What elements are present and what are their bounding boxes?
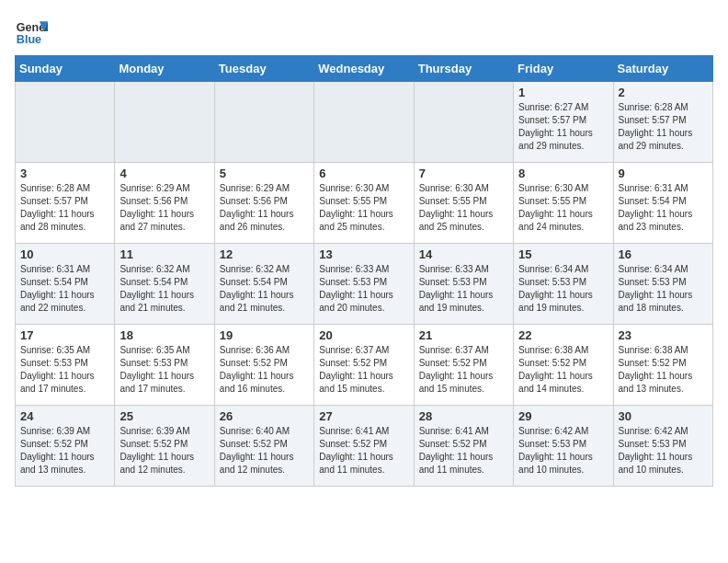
day-number: 4 (119, 167, 209, 180)
cell-info: Sunrise: 6:29 AM Sunset: 5:56 PM Dayligh… (220, 182, 309, 234)
calendar-cell (314, 82, 414, 163)
day-number: 14 (419, 247, 508, 261)
calendar-cell (115, 82, 214, 163)
day-number: 6 (319, 167, 408, 180)
header-cell-sunday: Sunday (16, 56, 115, 82)
calendar-cell: 2Sunrise: 6:28 AM Sunset: 5:57 PM Daylig… (613, 82, 712, 163)
calendar-cell (414, 82, 513, 163)
cell-info: Sunrise: 6:35 AM Sunset: 5:53 PM Dayligh… (119, 344, 209, 396)
day-number: 24 (20, 409, 109, 423)
day-number: 1 (518, 86, 608, 99)
calendar-cell: 26Sunrise: 6:40 AM Sunset: 5:52 PM Dayli… (214, 406, 313, 487)
cell-info: Sunrise: 6:35 AM Sunset: 5:53 PM Dayligh… (20, 344, 109, 396)
cell-info: Sunrise: 6:31 AM Sunset: 5:54 PM Dayligh… (20, 263, 109, 315)
cell-info: Sunrise: 6:39 AM Sunset: 5:52 PM Dayligh… (119, 425, 209, 477)
calendar-cell: 25Sunrise: 6:39 AM Sunset: 5:52 PM Dayli… (115, 406, 214, 487)
day-number: 17 (20, 328, 109, 342)
day-number: 5 (220, 167, 309, 180)
day-number: 20 (319, 328, 408, 342)
day-number: 30 (619, 409, 708, 423)
cell-info: Sunrise: 6:33 AM Sunset: 5:53 PM Dayligh… (419, 263, 508, 315)
header-row: SundayMondayTuesdayWednesdayThursdayFrid… (16, 56, 713, 82)
calendar-cell: 11Sunrise: 6:32 AM Sunset: 5:54 PM Dayli… (115, 244, 214, 325)
week-row-4: 17Sunrise: 6:35 AM Sunset: 5:53 PM Dayli… (16, 325, 713, 406)
cell-info: Sunrise: 6:34 AM Sunset: 5:53 PM Dayligh… (619, 263, 708, 315)
logo: General Blue (15, 15, 48, 48)
calendar-cell: 10Sunrise: 6:31 AM Sunset: 5:54 PM Dayli… (16, 244, 115, 325)
cell-info: Sunrise: 6:29 AM Sunset: 5:56 PM Dayligh… (119, 182, 209, 234)
cell-info: Sunrise: 6:27 AM Sunset: 5:57 PM Dayligh… (518, 101, 608, 153)
calendar-cell: 24Sunrise: 6:39 AM Sunset: 5:52 PM Dayli… (16, 406, 115, 487)
header-cell-saturday: Saturday (613, 56, 712, 82)
day-number: 10 (20, 247, 109, 261)
calendar-cell: 23Sunrise: 6:38 AM Sunset: 5:52 PM Dayli… (613, 325, 712, 406)
week-row-5: 24Sunrise: 6:39 AM Sunset: 5:52 PM Dayli… (16, 406, 713, 487)
cell-info: Sunrise: 6:41 AM Sunset: 5:52 PM Dayligh… (419, 425, 508, 477)
day-number: 2 (619, 86, 708, 99)
svg-text:Blue: Blue (17, 33, 41, 46)
calendar-cell: 28Sunrise: 6:41 AM Sunset: 5:52 PM Dayli… (414, 406, 513, 487)
calendar-cell: 30Sunrise: 6:42 AM Sunset: 5:53 PM Dayli… (613, 406, 712, 487)
calendar-cell: 15Sunrise: 6:34 AM Sunset: 5:53 PM Dayli… (514, 244, 613, 325)
day-number: 7 (419, 167, 508, 180)
header-cell-tuesday: Tuesday (214, 56, 313, 82)
cell-info: Sunrise: 6:42 AM Sunset: 5:53 PM Dayligh… (518, 425, 608, 477)
cell-info: Sunrise: 6:40 AM Sunset: 5:52 PM Dayligh… (220, 425, 309, 477)
calendar-cell: 17Sunrise: 6:35 AM Sunset: 5:53 PM Dayli… (16, 325, 115, 406)
calendar-cell: 3Sunrise: 6:28 AM Sunset: 5:57 PM Daylig… (16, 163, 115, 244)
calendar-cell: 9Sunrise: 6:31 AM Sunset: 5:54 PM Daylig… (613, 163, 712, 244)
header-cell-wednesday: Wednesday (314, 56, 414, 82)
week-row-3: 10Sunrise: 6:31 AM Sunset: 5:54 PM Dayli… (16, 244, 713, 325)
day-number: 13 (319, 247, 408, 261)
cell-info: Sunrise: 6:28 AM Sunset: 5:57 PM Dayligh… (619, 101, 708, 153)
calendar-cell: 7Sunrise: 6:30 AM Sunset: 5:55 PM Daylig… (414, 163, 513, 244)
day-number: 26 (220, 409, 309, 423)
cell-info: Sunrise: 6:37 AM Sunset: 5:52 PM Dayligh… (419, 344, 508, 396)
calendar-cell: 13Sunrise: 6:33 AM Sunset: 5:53 PM Dayli… (314, 244, 414, 325)
cell-info: Sunrise: 6:37 AM Sunset: 5:52 PM Dayligh… (319, 344, 408, 396)
calendar-cell: 27Sunrise: 6:41 AM Sunset: 5:52 PM Dayli… (314, 406, 414, 487)
header: General Blue (15, 15, 713, 48)
cell-info: Sunrise: 6:32 AM Sunset: 5:54 PM Dayligh… (119, 263, 209, 315)
day-number: 29 (518, 409, 608, 423)
calendar-cell: 19Sunrise: 6:36 AM Sunset: 5:52 PM Dayli… (214, 325, 313, 406)
day-number: 21 (419, 328, 508, 342)
day-number: 19 (220, 328, 309, 342)
cell-info: Sunrise: 6:30 AM Sunset: 5:55 PM Dayligh… (419, 182, 508, 234)
day-number: 11 (119, 247, 209, 261)
cell-info: Sunrise: 6:36 AM Sunset: 5:52 PM Dayligh… (220, 344, 309, 396)
cell-info: Sunrise: 6:30 AM Sunset: 5:55 PM Dayligh… (319, 182, 408, 234)
header-cell-thursday: Thursday (414, 56, 513, 82)
cell-info: Sunrise: 6:39 AM Sunset: 5:52 PM Dayligh… (20, 425, 109, 477)
header-cell-monday: Monday (115, 56, 214, 82)
cell-info: Sunrise: 6:41 AM Sunset: 5:52 PM Dayligh… (319, 425, 408, 477)
calendar-cell: 4Sunrise: 6:29 AM Sunset: 5:56 PM Daylig… (115, 163, 214, 244)
calendar-cell (16, 82, 115, 163)
day-number: 27 (319, 409, 408, 423)
cell-info: Sunrise: 6:32 AM Sunset: 5:54 PM Dayligh… (220, 263, 309, 315)
week-row-1: 1Sunrise: 6:27 AM Sunset: 5:57 PM Daylig… (16, 82, 713, 163)
week-row-2: 3Sunrise: 6:28 AM Sunset: 5:57 PM Daylig… (16, 163, 713, 244)
calendar-cell (214, 82, 313, 163)
calendar-cell: 5Sunrise: 6:29 AM Sunset: 5:56 PM Daylig… (214, 163, 313, 244)
cell-info: Sunrise: 6:42 AM Sunset: 5:53 PM Dayligh… (619, 425, 708, 477)
calendar-cell: 1Sunrise: 6:27 AM Sunset: 5:57 PM Daylig… (514, 82, 613, 163)
day-number: 16 (619, 247, 708, 261)
cell-info: Sunrise: 6:33 AM Sunset: 5:53 PM Dayligh… (319, 263, 408, 315)
calendar-cell: 16Sunrise: 6:34 AM Sunset: 5:53 PM Dayli… (613, 244, 712, 325)
day-number: 25 (119, 409, 209, 423)
day-number: 3 (20, 167, 109, 180)
calendar-cell: 20Sunrise: 6:37 AM Sunset: 5:52 PM Dayli… (314, 325, 414, 406)
calendar-cell: 8Sunrise: 6:30 AM Sunset: 5:55 PM Daylig… (514, 163, 613, 244)
calendar-cell: 21Sunrise: 6:37 AM Sunset: 5:52 PM Dayli… (414, 325, 513, 406)
cell-info: Sunrise: 6:38 AM Sunset: 5:52 PM Dayligh… (619, 344, 708, 396)
header-cell-friday: Friday (514, 56, 613, 82)
day-number: 12 (220, 247, 309, 261)
day-number: 8 (518, 167, 608, 180)
day-number: 15 (518, 247, 608, 261)
calendar-cell: 12Sunrise: 6:32 AM Sunset: 5:54 PM Dayli… (214, 244, 313, 325)
cell-info: Sunrise: 6:38 AM Sunset: 5:52 PM Dayligh… (518, 344, 608, 396)
logo-icon: General Blue (15, 15, 48, 48)
calendar-cell: 22Sunrise: 6:38 AM Sunset: 5:52 PM Dayli… (514, 325, 613, 406)
calendar-cell: 14Sunrise: 6:33 AM Sunset: 5:53 PM Dayli… (414, 244, 513, 325)
